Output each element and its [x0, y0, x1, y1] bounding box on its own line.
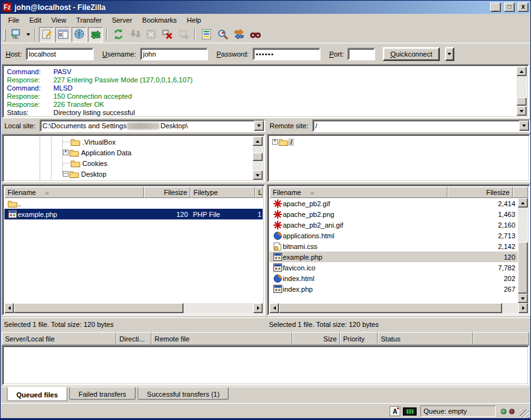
scroll-left-icon[interactable]: [4, 303, 14, 313]
queue-column-blank[interactable]: [473, 332, 529, 345]
file-row[interactable]: example.php120: [270, 251, 518, 262]
remote-site-combo[interactable]: /: [312, 119, 530, 132]
queue-column-size[interactable]: Size: [292, 332, 340, 345]
expand-icon[interactable]: +: [63, 150, 68, 155]
password-input[interactable]: [253, 48, 320, 60]
column-header-blank[interactable]: [513, 187, 528, 198]
site-manager-icon[interactable]: [8, 27, 23, 42]
scroll-up-icon[interactable]: [517, 67, 527, 76]
toggle-message-log-icon[interactable]: [39, 27, 54, 42]
file-row[interactable]: apache_pb2_ani.gif2,160: [270, 219, 518, 230]
local-hscrollbar[interactable]: [4, 303, 263, 313]
expand-icon[interactable]: +: [272, 139, 278, 145]
quickconnect-button[interactable]: Quickconnect: [383, 47, 440, 61]
tree-item-application-data[interactable]: +Application Data: [4, 147, 263, 158]
local-site-dropdown-icon[interactable]: [254, 121, 264, 131]
menu-view[interactable]: View: [47, 15, 72, 25]
file-row[interactable]: applications.html2,713: [270, 230, 518, 241]
menu-help[interactable]: Help: [182, 15, 206, 25]
cancel-operation-icon[interactable]: [143, 27, 158, 42]
close-button[interactable]: x: [518, 3, 528, 12]
queue-column-remote-file[interactable]: Remote file: [151, 332, 292, 345]
local-tree-scrollbar[interactable]: [253, 136, 263, 180]
file-row[interactable]: index.php267: [270, 284, 518, 294]
scroll-up-icon[interactable]: [518, 198, 528, 207]
menu-edit[interactable]: Edit: [25, 15, 47, 25]
scroll-down-icon[interactable]: [253, 170, 263, 180]
data-type-ascii-icon[interactable]: A: [390, 406, 400, 416]
folder-icon: [68, 148, 79, 157]
tree-item-root[interactable]: +/: [270, 136, 528, 147]
local-hscrollbar-thumb[interactable]: [14, 303, 183, 313]
toggle-local-tree-icon[interactable]: [55, 27, 70, 42]
tab-successful-transfers-1-[interactable]: Successful transfers (1): [138, 387, 229, 400]
find-files-icon[interactable]: [248, 27, 263, 42]
process-queue-icon[interactable]: [127, 27, 142, 42]
log-scrollbar[interactable]: [517, 67, 527, 116]
file-type-cell: PHP File: [190, 211, 255, 218]
scroll-up-icon[interactable]: [253, 136, 263, 146]
tree-item-cookies[interactable]: Cookies: [4, 158, 263, 169]
username-input[interactable]: [140, 48, 208, 60]
menu-file[interactable]: File: [3, 15, 25, 25]
log-line-text: PASV: [53, 68, 72, 76]
menu-transfer[interactable]: Transfer: [71, 15, 107, 25]
minimize-button[interactable]: _: [490, 3, 501, 12]
folder-icon: [70, 138, 80, 146]
reconnect-icon[interactable]: [176, 27, 191, 42]
scroll-down-icon[interactable]: [517, 106, 527, 116]
toolbar-grip[interactable]: [4, 28, 6, 41]
column-header-filename[interactable]: Filename: [270, 187, 447, 198]
scroll-down-icon[interactable]: [518, 294, 528, 303]
menu-server[interactable]: Server: [107, 15, 137, 25]
quickconnect-dropdown-icon[interactable]: [445, 47, 454, 61]
file-row[interactable]: bitnami.css2,142: [270, 241, 518, 251]
queue-column-server-local-file[interactable]: Server/Local file: [2, 332, 116, 345]
tree-item-desktop[interactable]: −Desktop: [4, 169, 263, 179]
tab-queued-files[interactable]: Queued files: [7, 387, 67, 401]
file-row[interactable]: favicon.ico7,782: [270, 262, 518, 273]
scroll-right-icon[interactable]: [253, 303, 263, 313]
scroll-right-icon[interactable]: [518, 303, 528, 313]
column-header-filesize[interactable]: Filesize: [447, 187, 513, 198]
menu-bookmarks[interactable]: Bookmarks: [137, 15, 182, 25]
resize-grip[interactable]: [520, 409, 529, 419]
file-row[interactable]: apache_pb2.png1,463: [270, 209, 518, 219]
local-tree-scrollbar-thumb[interactable]: [253, 153, 263, 161]
queue-column-priority[interactable]: Priority: [340, 332, 378, 345]
column-header-filesize[interactable]: Filesize: [144, 187, 190, 198]
file-row[interactable]: apache_pb2.gif2,414: [270, 198, 518, 209]
file-row[interactable]: index.html202: [270, 273, 518, 284]
refresh-icon[interactable]: [111, 27, 126, 42]
file-row[interactable]: ..: [4, 198, 263, 209]
disconnect-icon[interactable]: [160, 27, 175, 42]
queue-column-status[interactable]: Status: [378, 332, 473, 345]
title-bar[interactable]: Fz john@localhost - FileZilla _ □ x: [1, 1, 530, 14]
tree-item--virtualbox[interactable]: .VirtualBox: [4, 136, 263, 147]
queue-column-directi-[interactable]: Directi...: [116, 332, 151, 345]
filter-icon[interactable]: [199, 27, 214, 42]
log-scrollbar-thumb[interactable]: [517, 97, 527, 106]
file-row[interactable]: example.php120PHP File1: [4, 209, 263, 219]
port-input[interactable]: [348, 48, 375, 60]
column-header-filetype[interactable]: Filetype: [190, 187, 255, 198]
local-site-combo[interactable]: C:\Documents and Settings Desktop\: [40, 119, 265, 132]
file-name-cell: example.php: [270, 253, 447, 261]
host-input[interactable]: [26, 48, 94, 60]
column-header-l[interactable]: L: [255, 187, 263, 198]
remote-vscrollbar[interactable]: [518, 198, 528, 303]
remote-hscrollbar[interactable]: [270, 303, 528, 313]
site-manager-dropdown-icon[interactable]: [24, 28, 32, 41]
remote-vscrollbar-thumb[interactable]: [518, 242, 528, 294]
directory-comparison-icon[interactable]: [215, 27, 230, 42]
tab-failed-transfers[interactable]: Failed transfers: [69, 387, 136, 400]
remote-hscrollbar-thumb[interactable]: [279, 303, 502, 313]
column-header-filename[interactable]: Filename: [4, 187, 144, 198]
toggle-transfer-queue-icon[interactable]: [88, 27, 103, 42]
toggle-remote-tree-icon[interactable]: [72, 27, 87, 42]
scroll-left-icon[interactable]: [270, 303, 279, 313]
synchronized-browsing-icon[interactable]: [231, 27, 246, 42]
remote-site-dropdown-icon[interactable]: [519, 121, 529, 131]
collapse-icon[interactable]: −: [63, 171, 68, 177]
maximize-button[interactable]: □: [504, 3, 515, 12]
